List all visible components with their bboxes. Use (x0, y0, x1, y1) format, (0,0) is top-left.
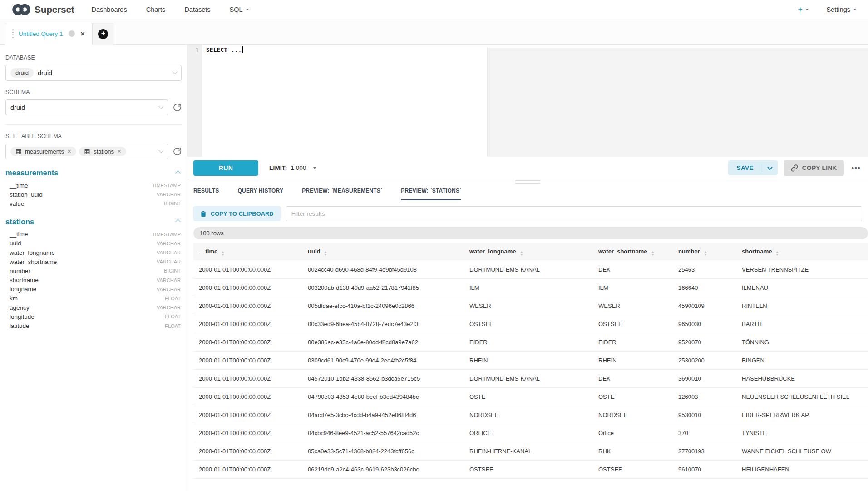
table-cell: BARTH (736, 315, 868, 333)
table-cell: DEK (593, 370, 673, 388)
nav-item-datasets[interactable]: Datasets (184, 6, 210, 13)
table-cell: OSTSEE (464, 461, 593, 479)
query-tab-untitled-query-1[interactable]: Untitled Query 1 ✕ (5, 23, 93, 45)
copy-to-clipboard-button[interactable]: COPY TO CLIPBOARD (193, 206, 281, 221)
limit-dropdown[interactable]: LIMIT: 1 000 (269, 164, 316, 171)
column-type: TIMESTAMP (152, 183, 181, 188)
table-cell: OSTSEE (464, 315, 593, 333)
column-row: latitudeFLOAT (5, 321, 182, 330)
copy-link-button[interactable]: COPY LINK (784, 160, 844, 176)
nav-item-charts[interactable]: Charts (146, 6, 166, 13)
close-icon[interactable]: ✕ (80, 30, 85, 37)
refresh-schema-button[interactable] (173, 103, 182, 112)
run-button[interactable]: RUN (193, 160, 258, 176)
table-cell: 2000-01-01T00:00:00.000Z (193, 461, 302, 479)
copy-to-clipboard-label: COPY TO CLIPBOARD (211, 211, 274, 217)
schema-select[interactable]: druid (5, 99, 168, 115)
sort-icon (776, 251, 779, 256)
table-cell: 9530010 (673, 406, 736, 424)
column-header-number[interactable]: number (673, 243, 736, 261)
schema-label: SCHEMA (5, 89, 182, 95)
table-cell: ILM (593, 279, 673, 297)
table-cell: DEK (593, 261, 673, 279)
editor-code-area[interactable]: SELECT ... (202, 45, 868, 157)
table-schema-select[interactable]: measurements✕stations✕ (5, 144, 168, 159)
results-tab-preview-measurements[interactable]: PREVIEW: `MEASUREMENTS` (302, 188, 382, 200)
remove-chip-icon[interactable]: ✕ (67, 149, 71, 154)
column-header-shortname[interactable]: shortname (736, 243, 868, 261)
column-header-label: water_longname (469, 248, 516, 255)
superset-brand[interactable]: Superset (12, 3, 74, 16)
table-row: 2000-01-01T00:00:00.000Z005dfdae-efcc-41… (193, 297, 868, 315)
table-cell: ILM (464, 279, 593, 297)
filter-results-input[interactable] (286, 206, 862, 221)
chevron-up-icon[interactable] (175, 170, 180, 175)
column-name: latitude (10, 322, 30, 329)
table-cell: 2000-01-01T00:00:00.000Z (193, 297, 302, 315)
text-cursor (242, 46, 243, 53)
nav-item-label: SQL (230, 6, 243, 13)
table-cell: EIDER-SPERRWERK AP (736, 406, 868, 424)
table-row: 2000-01-01T00:00:00.000Z0309cd61-90c9-47… (193, 352, 868, 370)
schema-section-header[interactable]: measurements (5, 169, 182, 177)
results-tab-query-history[interactable]: QUERY HISTORY (238, 188, 284, 200)
pane-resize-handle[interactable] (187, 179, 868, 184)
editor-toolbar: RUN LIMIT: 1 000 SAVE (187, 157, 868, 179)
chevron-down-icon (172, 69, 177, 74)
table-cell: EIDER (464, 333, 593, 352)
table-cell: TYNISTE (736, 424, 868, 442)
schema-section-header[interactable]: stations (5, 218, 182, 226)
new-menu-button[interactable]: + (798, 5, 809, 14)
column-header-time[interactable]: __time (193, 243, 302, 261)
table-cell: OSTE (464, 388, 593, 406)
save-split-button[interactable]: SAVE (728, 160, 777, 175)
add-query-tab-button[interactable]: + (93, 23, 113, 45)
main-nav: DashboardsChartsDatasetsSQL (91, 6, 248, 13)
query-tabbar: Untitled Query 1 ✕ + (0, 19, 868, 45)
database-label: DATABASE (5, 55, 182, 61)
table-cell: 9610070 (673, 461, 736, 479)
schema-section-stations: stations__timeTIMESTAMPuuidVARCHARwater_… (5, 218, 182, 331)
nav-item-dashboards[interactable]: Dashboards (91, 6, 127, 13)
save-button[interactable]: SAVE (728, 160, 761, 175)
table-cell: 05ca0e33-5c71-4368-b824-2243fcff656c (302, 442, 464, 461)
refresh-icon (173, 147, 182, 156)
refresh-icon (173, 103, 182, 112)
table-cell: 00c33ed9-6bea-45b4-8728-7edc7e43e2f3 (302, 315, 464, 333)
column-header-uuid[interactable]: uuid (302, 243, 464, 261)
column-header-water-longname[interactable]: water_longname (464, 243, 593, 261)
column-row: longitudeFLOAT (5, 312, 182, 321)
drag-handle-icon[interactable] (12, 29, 14, 38)
table-cell: WESER (464, 297, 593, 315)
editor-right-panel (487, 48, 868, 157)
link-icon (791, 164, 798, 172)
chevron-up-icon[interactable] (175, 219, 180, 224)
nav-item-label: Datasets (184, 6, 210, 13)
topnav-right: + Settings (798, 5, 856, 14)
nav-item-sql[interactable]: SQL (230, 6, 249, 13)
table-cell: 04acd7e5-3cbc-4cdd-b4a9-f452e868f4d6 (302, 406, 464, 424)
more-actions-button[interactable]: ••• (850, 164, 862, 172)
sidebar: DATABASE druid druid SCHEMA druid SEE TA… (0, 45, 187, 491)
table-row: 2000-01-01T00:00:00.000Z06219dd9-a2c4-46… (193, 461, 868, 479)
table-row: 2000-01-01T00:00:00.000Z04acd7e5-3cbc-4c… (193, 406, 868, 424)
schema-value: druid (10, 104, 25, 111)
table-cell: OSTE (593, 388, 673, 406)
nav-item-label: Charts (146, 6, 166, 13)
column-type: VARCHAR (157, 192, 181, 197)
remove-chip-icon[interactable]: ✕ (117, 149, 121, 154)
save-dropdown-button[interactable] (762, 160, 778, 175)
results-tab-results[interactable]: RESULTS (193, 188, 219, 200)
table-chips: measurements✕stations✕ (10, 147, 126, 156)
refresh-tables-button[interactable] (173, 147, 182, 156)
table-cell: 25463 (673, 261, 736, 279)
sql-editor[interactable]: 1 SELECT ... (187, 45, 868, 157)
table-cell: 9650030 (673, 315, 736, 333)
database-select[interactable]: druid druid (5, 65, 182, 81)
results-tab-preview-stations[interactable]: PREVIEW: `STATIONS` (401, 188, 461, 200)
table-cell: NORDSEE (593, 406, 673, 424)
settings-menu-button[interactable]: Settings (827, 6, 856, 13)
column-header-label: water_shortname (598, 248, 647, 255)
column-type: VARCHAR (157, 278, 181, 283)
column-header-water-shortname[interactable]: water_shortname (593, 243, 673, 261)
